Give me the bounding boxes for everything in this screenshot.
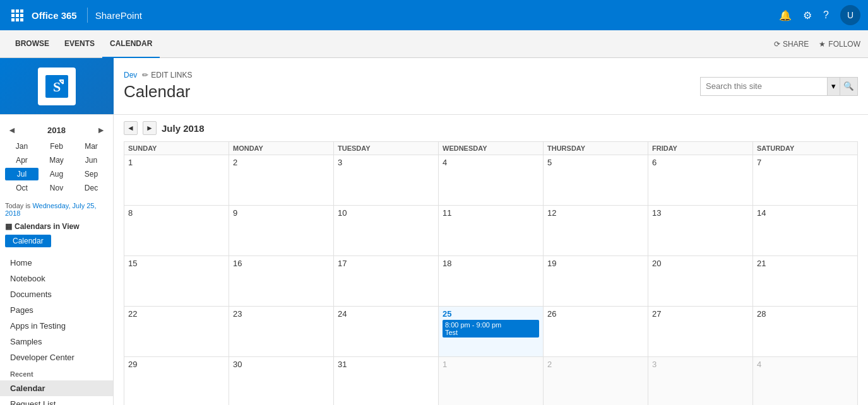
grid-icon[interactable] <box>8 6 27 25</box>
svg-rect-8 <box>20 18 23 21</box>
sidebar-item-developer-center[interactable]: Developer Center <box>0 349 113 365</box>
mini-cal-month-apr[interactable]: Apr <box>5 154 39 167</box>
app-name[interactable]: SharePoint <box>95 10 142 21</box>
table-row[interactable]: 2 <box>544 357 648 406</box>
cal-in-view-header: ▦ Calendars in View <box>5 222 108 231</box>
recent-item-request-list[interactable]: Request List <box>0 396 113 405</box>
mini-cal-month-may[interactable]: May <box>40 154 73 167</box>
day-number: 4 <box>757 360 853 369</box>
table-row[interactable]: 29 <box>124 357 229 406</box>
table-row[interactable]: 1 <box>124 155 229 206</box>
table-row[interactable]: 18 <box>439 256 544 307</box>
day-header-saturday: SATURDAY <box>753 142 858 155</box>
site-logo-img: S <box>38 68 76 105</box>
ribbon: BROWSE EVENTS CALENDAR ⟳ SHARE ★ FOLLOW <box>0 30 868 58</box>
mini-cal-next[interactable]: ► <box>94 124 108 136</box>
svg-rect-4 <box>16 14 19 17</box>
tab-events[interactable]: EVENTS <box>57 30 102 58</box>
calendar-event[interactable]: 8:00 pm - 9:00 pmTest <box>443 320 539 338</box>
table-row[interactable]: 24 <box>334 307 439 357</box>
svg-rect-7 <box>16 18 19 21</box>
tab-calendar[interactable]: CALENDAR <box>102 30 160 58</box>
table-row[interactable]: 8 <box>124 206 229 256</box>
mini-cal-month-sep[interactable]: Sep <box>74 168 108 180</box>
today-link[interactable]: Wednesday, July 25, 2018 <box>5 202 97 217</box>
day-number: 12 <box>547 208 644 218</box>
tab-browse[interactable]: BROWSE <box>8 30 57 58</box>
day-number: 28 <box>757 309 853 319</box>
mini-cal-month-mar[interactable]: Mar <box>74 140 108 153</box>
table-row[interactable]: 258:00 pm - 9:00 pmTest <box>439 307 544 357</box>
table-row[interactable]: 26 <box>544 307 648 357</box>
table-row[interactable]: 2 <box>229 155 334 206</box>
calendar-badge[interactable]: Calendar <box>5 235 51 247</box>
table-row[interactable]: 9 <box>229 206 334 256</box>
recent-item-calendar[interactable]: Calendar <box>0 380 113 396</box>
mini-cal-month-oct[interactable]: Oct <box>5 182 39 194</box>
mini-cal-month-dec[interactable]: Dec <box>74 182 108 194</box>
day-number: 1 <box>128 158 225 167</box>
follow-action[interactable]: ★ FOLLOW <box>819 40 860 49</box>
share-icon: ⟳ <box>774 40 780 49</box>
search-dropdown-btn[interactable]: ▾ <box>827 78 840 95</box>
bell-icon[interactable]: 🔔 <box>779 9 792 21</box>
table-row[interactable]: 15 <box>124 256 229 307</box>
table-row[interactable]: 28 <box>753 307 858 357</box>
day-number: 3 <box>338 158 434 167</box>
table-row[interactable]: 27 <box>648 307 753 357</box>
mini-cal-month-feb[interactable]: Feb <box>40 140 73 153</box>
table-row[interactable]: 10 <box>334 206 439 256</box>
breadcrumb[interactable]: Dev <box>124 71 137 79</box>
table-row[interactable]: 17 <box>334 256 439 307</box>
table-row[interactable]: 12 <box>544 206 648 256</box>
table-row[interactable]: 7 <box>753 155 858 206</box>
table-row[interactable]: 23 <box>229 307 334 357</box>
mini-cal-month-nov[interactable]: Nov <box>40 182 73 194</box>
svg-rect-2 <box>20 9 23 13</box>
table-row[interactable]: 11 <box>439 206 544 256</box>
table-row[interactable]: 16 <box>229 256 334 307</box>
calendar-grid: SUNDAYMONDAYTUESDAYWEDNESDAYTHURSDAYFRID… <box>124 141 858 405</box>
mini-cal-prev[interactable]: ◄ <box>5 124 19 136</box>
sidebar-item-apps-in-testing[interactable]: Apps in Testing <box>0 318 113 334</box>
avatar[interactable]: U <box>840 5 860 25</box>
help-icon[interactable]: ? <box>823 9 829 21</box>
mini-cal-month-aug[interactable]: Aug <box>40 168 73 180</box>
edit-links[interactable]: ✏ EDIT LINKS <box>142 71 192 79</box>
mini-cal-month-jan[interactable]: Jan <box>5 140 39 153</box>
table-row[interactable]: 4 <box>439 155 544 206</box>
day-header-wednesday: WEDNESDAY <box>439 142 544 155</box>
table-row[interactable]: 19 <box>544 256 648 307</box>
table-row[interactable]: 20 <box>648 256 753 307</box>
sidebar-item-pages[interactable]: Pages <box>0 302 113 318</box>
mini-cal-month-jun[interactable]: Jun <box>74 154 108 167</box>
table-row[interactable]: 3 <box>334 155 439 206</box>
table-row[interactable]: 3 <box>648 357 753 406</box>
sidebar-item-samples[interactable]: Samples <box>0 334 113 349</box>
ribbon-right: ⟳ SHARE ★ FOLLOW <box>774 40 860 49</box>
mini-cal-month-jul[interactable]: Jul <box>5 168 39 180</box>
cal-prev-btn[interactable]: ◄ <box>124 121 138 135</box>
day-number: 8 <box>128 208 225 218</box>
sidebar-item-documents[interactable]: Documents <box>0 286 113 302</box>
table-row[interactable]: 21 <box>753 256 858 307</box>
sidebar-item-home[interactable]: Home <box>0 255 113 271</box>
gear-icon[interactable]: ⚙ <box>803 9 812 21</box>
search-button[interactable]: 🔍 <box>840 78 857 95</box>
table-row[interactable]: 22 <box>124 307 229 357</box>
table-row[interactable]: 13 <box>648 206 753 256</box>
search-input[interactable] <box>701 78 827 95</box>
table-row[interactable]: 5 <box>544 155 648 206</box>
table-row[interactable]: 6 <box>648 155 753 206</box>
table-row[interactable]: 4 <box>753 357 858 406</box>
table-row[interactable]: 30 <box>229 357 334 406</box>
sidebar-item-notebook[interactable]: Notebook <box>0 271 113 286</box>
table-row[interactable]: 1 <box>439 357 544 406</box>
office365-title[interactable]: Office 365 <box>32 10 77 21</box>
day-number: 2 <box>547 360 644 369</box>
cal-next-btn[interactable]: ► <box>143 121 157 135</box>
day-number: 21 <box>757 259 853 268</box>
share-action[interactable]: ⟳ SHARE <box>774 40 809 49</box>
table-row[interactable]: 31 <box>334 357 439 406</box>
table-row[interactable]: 14 <box>753 206 858 256</box>
